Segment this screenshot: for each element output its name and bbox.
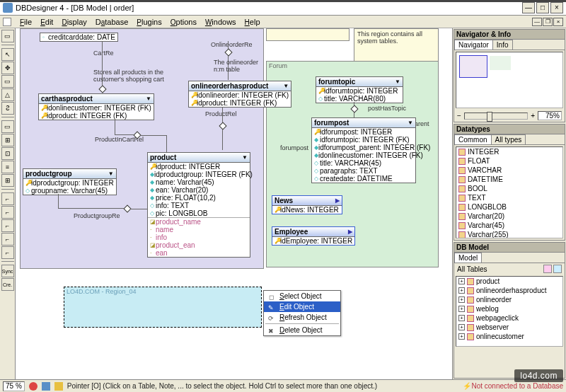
tool-sync[interactable]: Sync xyxy=(1,265,14,277)
maximize-button[interactable]: □ xyxy=(536,2,549,13)
tab-alltypes[interactable]: All types xyxy=(491,134,526,144)
model-table-list[interactable]: +product+onlineorderhasproduct+onlineord… xyxy=(456,276,563,347)
datatype-list[interactable]: INTEGERFLOATVARCHARDATETIMEBOOLTEXTLONGB… xyxy=(456,146,563,238)
menu-bar: File Edit Display Database Plugins Optio… xyxy=(0,16,566,28)
table-carthasproduct[interactable]: carthasproduct▼ 🔑idonlinecustomer: INTEG… xyxy=(38,93,154,120)
status-zoom[interactable]: 75 % xyxy=(3,381,25,391)
context-select-object[interactable]: ◻Select Object xyxy=(264,291,340,301)
panel-datatypes: Datatypes Common All types INTEGERFLOATV… xyxy=(454,124,565,241)
menu-plugins[interactable]: Plugins xyxy=(132,17,166,27)
context-edit-object[interactable]: ✎Edit Object xyxy=(264,301,340,312)
panel-datatypes-header: Datatypes xyxy=(454,125,565,134)
tool-grid[interactable]: ≡ xyxy=(1,161,14,173)
region-selected[interactable]: LO4D.COM - Region_04 xyxy=(64,287,262,328)
status-hint: Pointer [O] (Click on a Table, Note, ...… xyxy=(67,382,377,390)
region-system[interactable]: This region contains all system tables. xyxy=(354,28,439,62)
tool-rel-nm[interactable]: ⌐ xyxy=(1,219,14,232)
zoom-value[interactable]: 75% xyxy=(538,111,562,120)
model-table-row[interactable]: +onlineorder xyxy=(456,295,562,304)
menu-options[interactable]: Options xyxy=(166,17,201,27)
title-bar: DBDesigner 4 - [DB Model | order] — □ × xyxy=(0,0,566,16)
datatype-item[interactable]: BOOL xyxy=(456,184,562,193)
tool-create[interactable]: Cre. xyxy=(1,278,14,291)
diagram-canvas[interactable]: This region contains all system tables. … xyxy=(16,28,453,379)
zoom-out-icon[interactable]: − xyxy=(457,112,461,120)
menu-database[interactable]: Database xyxy=(91,17,133,27)
tool-zoom[interactable]: △ xyxy=(1,88,14,101)
tool-new[interactable]: ▭ xyxy=(1,30,14,42)
model-table-row[interactable]: +webserver xyxy=(456,323,562,332)
datatype-item[interactable]: DATETIME xyxy=(456,175,562,184)
navigator-preview[interactable] xyxy=(456,52,563,108)
menu-help[interactable]: Help xyxy=(241,17,265,27)
datatype-item[interactable]: Varchar(45) xyxy=(456,221,562,230)
tool-hand[interactable]: Ƨ xyxy=(1,102,14,115)
watermark: lo4d.com xyxy=(514,369,563,382)
table-forumtopic[interactable]: forumtopic▼ 🔑idforumtopic: INTEGER ◇titl… xyxy=(316,76,403,103)
tool-rel-gen[interactable]: ⌐ xyxy=(1,233,14,246)
tab-navigator[interactable]: Navigator xyxy=(454,40,493,50)
panel-navigator-header: Navigator & Info xyxy=(454,30,565,40)
datatype-item[interactable]: LONGBLOB xyxy=(456,202,562,212)
menu-file[interactable]: File xyxy=(16,17,36,27)
table-employee[interactable]: Employee▶ 🔑idEmployee: INTEGER xyxy=(272,226,355,246)
tool-table[interactable]: ▭ xyxy=(1,75,14,88)
tool-pointer[interactable]: ↖ xyxy=(1,48,14,61)
note-system: This region contains all system tables. xyxy=(357,31,438,45)
zoom-in-icon[interactable]: + xyxy=(531,112,535,120)
table-news[interactable]: News▶ 🔑idNews: INTEGER xyxy=(272,195,342,214)
rel-onlineorderre-label: OnlineorderRe xyxy=(211,41,253,48)
mdi-minimize-button[interactable]: — xyxy=(532,18,542,26)
rel-forumpost-label: forumpost xyxy=(280,144,308,151)
tab-common[interactable]: Common xyxy=(454,134,492,144)
datatype-item[interactable]: TEXT xyxy=(456,193,562,202)
table-onlineorderhasproduct[interactable]: onlineorderhasproduct▼ 🔑idonlineorder: I… xyxy=(188,81,291,108)
minimize-button[interactable]: — xyxy=(522,2,535,13)
menu-display[interactable]: Display xyxy=(57,17,91,27)
model-table-row[interactable]: +product xyxy=(456,277,562,286)
zoom-slider[interactable] xyxy=(464,113,528,120)
tool-layer[interactable]: ⊞ xyxy=(1,174,14,187)
status-icon-3[interactable] xyxy=(54,382,63,391)
tool-rel-1n[interactable]: ⌐ xyxy=(1,192,14,205)
table-product[interactable]: product▼ 🔑idproduct: INTEGER ◆idproductg… xyxy=(147,152,250,258)
app-icon xyxy=(3,3,13,13)
tool-note[interactable]: ⊞ xyxy=(1,134,14,146)
tool-image[interactable]: ⊡ xyxy=(1,147,14,160)
tool-rel-dep[interactable]: ⌐ xyxy=(1,246,14,259)
tool-region[interactable]: ▭ xyxy=(1,120,14,133)
status-icon-2[interactable] xyxy=(42,382,50,391)
model-table-row[interactable]: +onlineorderhasproduct xyxy=(456,286,562,295)
tab-info[interactable]: Info xyxy=(492,40,513,50)
table-forumpost[interactable]: forumpost▼ 🔑idforumpost: INTEGER ◆idforu… xyxy=(311,117,416,183)
menu-windows[interactable]: Windows xyxy=(201,17,241,27)
model-btn-1[interactable] xyxy=(543,265,552,273)
datatype-item[interactable]: INTEGER xyxy=(456,147,562,156)
context-delete-object[interactable]: ✖Delete Object xyxy=(264,325,340,335)
model-table-row[interactable]: +webpageclick xyxy=(456,313,562,323)
datatype-item[interactable]: FLOAT xyxy=(456,156,562,166)
note-shopcart: Stores all products in the customer's sh… xyxy=(93,69,168,83)
tool-palette: ▭ ↖ ✥ ▭ △ Ƨ ▭ ⊞ ⊡ ≡ ⊞ ⌐ ⌐ ⌐ ⌐ ⌐ Sync Cre… xyxy=(0,28,16,379)
model-table-row[interactable]: +weblog xyxy=(456,304,562,313)
note-onlineorder: The onlineorder n:m table xyxy=(214,59,265,74)
model-table-row[interactable]: +onlinecustomer xyxy=(456,332,562,341)
panel-dbmodel-header: DB Model xyxy=(454,243,565,253)
close-button[interactable]: × xyxy=(550,2,563,13)
tool-rel-11[interactable]: ⌐ xyxy=(1,206,14,219)
region-yellow[interactable] xyxy=(266,28,350,41)
model-btn-2[interactable] xyxy=(553,265,562,273)
datatype-item[interactable]: Varchar(255) xyxy=(456,230,562,238)
datatype-item[interactable]: VARCHAR xyxy=(456,166,562,175)
panel-navigator: Navigator & Info Navigator Info − + 75% xyxy=(454,29,565,122)
table-productgroup[interactable]: productgroup▼ 🔑idproductgroup: INTEGER ◇… xyxy=(23,168,117,195)
status-icon-1[interactable] xyxy=(29,382,37,391)
tab-model[interactable]: Model xyxy=(454,253,482,263)
context-refresh-object[interactable]: ⟳Refresh Object xyxy=(264,312,340,323)
mdi-close-button[interactable]: × xyxy=(553,18,563,26)
menu-edit[interactable]: Edit xyxy=(36,17,57,27)
datatype-item[interactable]: Varchar(20) xyxy=(456,212,562,221)
tool-move[interactable]: ✥ xyxy=(1,62,14,74)
table-creditcarddate-row[interactable]: ◦creditcarddate: DATE xyxy=(40,33,118,42)
mdi-restore-button[interactable]: ❐ xyxy=(543,18,553,26)
